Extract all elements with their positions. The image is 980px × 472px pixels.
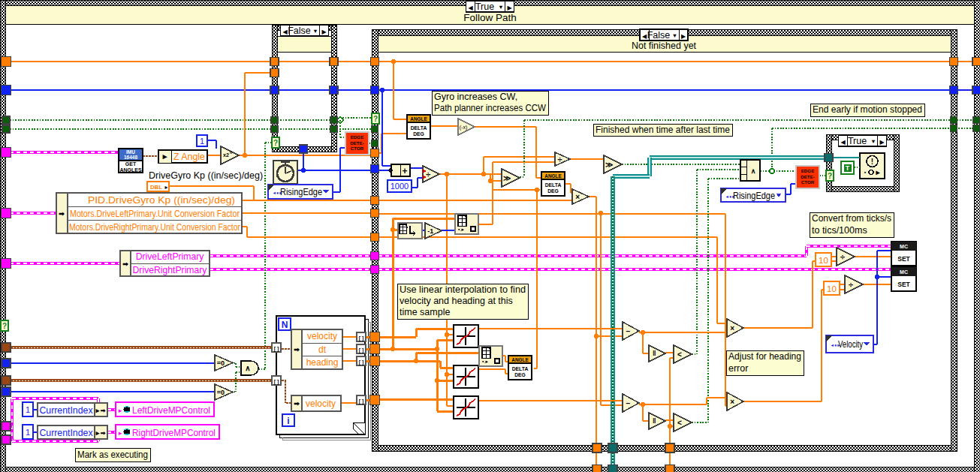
svg-text:▸: ▸ [95, 407, 100, 414]
svg-text:➡: ➡ [101, 407, 106, 414]
svg-text:MC: MC [900, 244, 908, 249]
svg-text:×: × [730, 398, 734, 406]
svg-text:?: ? [373, 115, 378, 123]
svg-text:‖: ‖ [653, 350, 656, 357]
svg-text:÷: ÷ [840, 252, 845, 261]
svg-text:Mark as executing: Mark as executing [77, 449, 148, 460]
svg-text:RightDriveMPControl: RightDriveMPControl [132, 428, 216, 438]
svg-text:➡: ➡ [122, 260, 128, 268]
svg-text:➡: ➡ [294, 346, 300, 353]
svg-text:[ ]: [ ] [274, 346, 279, 352]
svg-text:DriveGyro Kp ((in/sec)/deg): DriveGyro Kp ((in/sec)/deg) [149, 170, 263, 181]
svg-text:Use linear interpolation to fi: Use linear interpolation to find [400, 284, 526, 295]
svg-text:DETE-: DETE- [350, 140, 364, 146]
svg-text:×: × [730, 324, 734, 332]
svg-text:=0: =0 [217, 389, 225, 396]
svg-text:▶: ▶ [879, 139, 885, 146]
svg-text:End early if motion stopped: End early if motion stopped [813, 104, 922, 115]
svg-text:CurrentIndex: CurrentIndex [39, 405, 93, 416]
svg-text:16448: 16448 [124, 155, 137, 160]
svg-text:heading: heading [306, 357, 339, 368]
svg-text:▸: ▸ [119, 429, 122, 437]
svg-text:DEG: DEG [514, 372, 526, 377]
svg-text:ANGLE: ANGLE [511, 357, 529, 362]
svg-text:EDGE: EDGE [351, 134, 364, 140]
svg-text:CurrentIndex: CurrentIndex [39, 428, 93, 438]
svg-text:10: 10 [819, 256, 828, 265]
svg-text:SET: SET [897, 255, 910, 263]
svg-text:IMU: IMU [126, 149, 135, 155]
svg-text:<: < [677, 350, 682, 359]
svg-text:∧: ∧ [751, 167, 756, 175]
svg-text:ANGLES: ANGLES [119, 167, 142, 173]
svg-text:velocity: velocity [307, 331, 337, 341]
svg-text:◀: ◀ [468, 5, 473, 11]
svg-text:▶: ▶ [321, 29, 327, 35]
svg-text:CTOR: CTOR [351, 146, 364, 151]
svg-text:time sample: time sample [400, 307, 450, 317]
svg-text:=0: =0 [217, 359, 225, 367]
svg-text:➡: ➡ [101, 430, 106, 437]
svg-text:◀: ◀ [840, 139, 846, 146]
svg-text:1000: 1000 [390, 182, 409, 191]
svg-text:▸: ▸ [164, 184, 167, 191]
svg-text:▼: ▼ [312, 28, 318, 35]
svg-text:Z Angle: Z Angle [173, 152, 205, 162]
svg-text:!: ! [871, 158, 873, 166]
svg-text:–: – [626, 399, 630, 407]
svg-text:1: 1 [26, 405, 30, 414]
svg-text:[ ]: [ ] [359, 359, 364, 365]
svg-text:×: × [575, 193, 580, 201]
svg-text:n: n [230, 150, 232, 155]
svg-text:N: N [282, 320, 288, 330]
svg-text:[ ]: [ ] [359, 335, 364, 341]
svg-text:Convert from ticks/s: Convert from ticks/s [812, 213, 891, 224]
svg-text:÷: ÷ [849, 280, 853, 289]
svg-text:True: True [475, 2, 494, 12]
svg-text:Adjust for heading: Adjust for heading [728, 351, 801, 362]
svg-text:i: i [287, 416, 289, 426]
svg-text:▸: ▸ [95, 429, 100, 437]
svg-text:▼: ▼ [672, 32, 677, 39]
svg-text:ANGLE: ANGLE [410, 116, 427, 122]
svg-text:DELTA: DELTA [411, 125, 427, 131]
svg-text:(-x): (-x) [460, 125, 468, 131]
svg-text:LeftDriveMPControl: LeftDriveMPControl [132, 405, 210, 416]
svg-text:PID.DriveGyro Kp ((in/sec)/deg: PID.DriveGyro Kp ((in/sec)/deg) [88, 195, 235, 206]
svg-text:dt: dt [318, 344, 327, 355]
svg-text:?: ? [2, 322, 7, 330]
svg-text:velocity and heading at this: velocity and heading at this [400, 296, 513, 306]
svg-text:÷: ÷ [426, 170, 430, 179]
svg-text:x2: x2 [223, 152, 229, 158]
svg-text:DriveRightPrimary: DriveRightPrimary [133, 265, 208, 275]
svg-text:error: error [728, 363, 748, 374]
svg-text:Not finished yet: Not finished yet [632, 41, 697, 51]
svg-text:Motors.DriveRightPrimary.Unit: Motors.DriveRightPrimary.Unit Conversion… [69, 222, 240, 233]
svg-text:False: False [288, 26, 311, 36]
svg-text:▶: ▶ [507, 5, 512, 11]
svg-text:[ ]: [ ] [274, 379, 279, 385]
svg-text:DETE-: DETE- [801, 174, 815, 179]
svg-text:EDGE: EDGE [801, 168, 815, 173]
svg-text:▸: ▸ [162, 152, 167, 161]
svg-text:➡: ➡ [294, 400, 300, 407]
svg-text:GET: GET [125, 161, 137, 167]
svg-text:▪.▸: ▪.▸ [458, 227, 464, 232]
svg-text:MC: MC [900, 269, 908, 275]
svg-text:?: ? [828, 172, 832, 180]
svg-text:RisingEdge: RisingEdge [733, 191, 775, 201]
svg-text:‖: ‖ [653, 417, 656, 425]
svg-text:–: – [626, 327, 630, 335]
svg-text:▼: ▼ [498, 4, 503, 11]
svg-text:DEG: DEG [413, 131, 424, 137]
svg-text:True: True [848, 136, 867, 146]
svg-text:1: 1 [200, 137, 204, 146]
svg-text:CTOR: CTOR [801, 179, 815, 185]
svg-text:≫: ≫ [605, 161, 613, 169]
svg-text:≫: ≫ [503, 174, 511, 182]
svg-text:SET: SET [897, 281, 910, 288]
svg-text:Finished when time after last: Finished when time after last time [596, 125, 730, 135]
svg-text:DEG: DEG [547, 188, 559, 194]
svg-text:DELTA: DELTA [512, 366, 529, 371]
svg-text:+: + [402, 166, 407, 176]
